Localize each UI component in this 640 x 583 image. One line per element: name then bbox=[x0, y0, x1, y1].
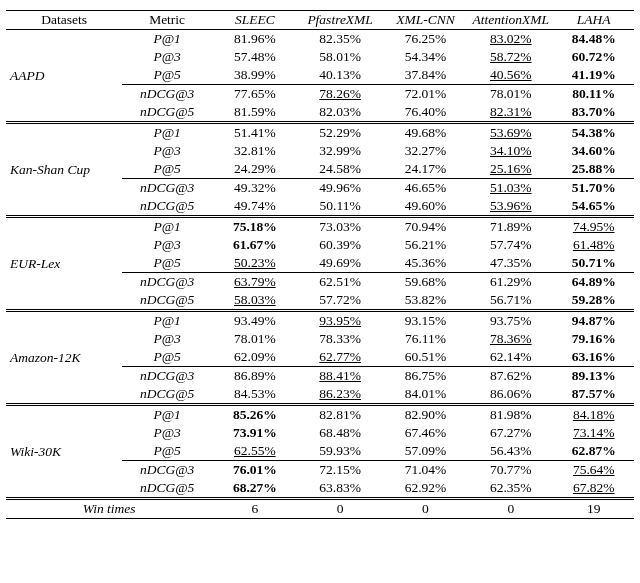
value-cell: 50.11% bbox=[297, 197, 382, 217]
value-cell: 56.43% bbox=[468, 442, 553, 461]
value-cell: 25.16% bbox=[468, 160, 553, 179]
value-cell: 57.72% bbox=[297, 291, 382, 311]
value-cell: 68.48% bbox=[297, 424, 382, 442]
footer-label: Win times bbox=[6, 499, 212, 519]
value-cell: 78.36% bbox=[468, 330, 553, 348]
metric-label: P@1 bbox=[122, 123, 212, 143]
value-cell: 60.51% bbox=[383, 348, 468, 367]
value-cell: 94.87% bbox=[553, 311, 634, 331]
value-cell: 78.26% bbox=[297, 85, 382, 104]
value-cell: 82.81% bbox=[297, 405, 382, 425]
value-cell: 54.34% bbox=[383, 48, 468, 66]
value-cell: 89.13% bbox=[553, 367, 634, 386]
value-cell: 73.03% bbox=[297, 217, 382, 237]
value-cell: 40.56% bbox=[468, 66, 553, 85]
value-cell: 93.75% bbox=[468, 311, 553, 331]
value-cell: 60.39% bbox=[297, 236, 382, 254]
metric-label: nDCG@5 bbox=[122, 197, 212, 217]
value-cell: 62.14% bbox=[468, 348, 553, 367]
metric-label: nDCG@3 bbox=[122, 461, 212, 480]
table-row: AAPDP@181.96%82.35%76.25%83.02%84.48% bbox=[6, 30, 634, 49]
value-cell: 32.99% bbox=[297, 142, 382, 160]
value-cell: 64.89% bbox=[553, 273, 634, 292]
value-cell: 82.03% bbox=[297, 103, 382, 123]
footer-val: 19 bbox=[553, 499, 634, 519]
value-cell: 57.74% bbox=[468, 236, 553, 254]
metric-label: P@3 bbox=[122, 330, 212, 348]
dataset-label: EUR-Lex bbox=[6, 217, 122, 311]
footer-val: 0 bbox=[468, 499, 553, 519]
metric-label: nDCG@5 bbox=[122, 385, 212, 405]
value-cell: 45.36% bbox=[383, 254, 468, 273]
value-cell: 79.16% bbox=[553, 330, 634, 348]
metric-label: P@5 bbox=[122, 66, 212, 85]
value-cell: 49.68% bbox=[383, 123, 468, 143]
value-cell: 49.32% bbox=[212, 179, 297, 198]
value-cell: 37.84% bbox=[383, 66, 468, 85]
value-cell: 56.71% bbox=[468, 291, 553, 311]
value-cell: 62.77% bbox=[297, 348, 382, 367]
value-cell: 58.03% bbox=[212, 291, 297, 311]
value-cell: 63.83% bbox=[297, 479, 382, 499]
value-cell: 49.96% bbox=[297, 179, 382, 198]
metric-label: P@1 bbox=[122, 311, 212, 331]
value-cell: 80.11% bbox=[553, 85, 634, 104]
value-cell: 63.16% bbox=[553, 348, 634, 367]
value-cell: 82.90% bbox=[383, 405, 468, 425]
value-cell: 86.23% bbox=[297, 385, 382, 405]
value-cell: 83.70% bbox=[553, 103, 634, 123]
col-model-laha: LAHA bbox=[553, 11, 634, 30]
col-model-pfastrexml: PfastreXML bbox=[297, 11, 382, 30]
value-cell: 86.89% bbox=[212, 367, 297, 386]
value-cell: 24.58% bbox=[297, 160, 382, 179]
value-cell: 75.64% bbox=[553, 461, 634, 480]
metric-label: P@1 bbox=[122, 405, 212, 425]
value-cell: 93.49% bbox=[212, 311, 297, 331]
metric-label: P@3 bbox=[122, 48, 212, 66]
col-datasets: Datasets bbox=[6, 11, 122, 30]
value-cell: 62.92% bbox=[383, 479, 468, 499]
value-cell: 73.91% bbox=[212, 424, 297, 442]
col-metric: Metric bbox=[122, 11, 212, 30]
table-row: Wiki-30KP@185.26%82.81%82.90%81.98%84.18… bbox=[6, 405, 634, 425]
value-cell: 53.96% bbox=[468, 197, 553, 217]
value-cell: 54.65% bbox=[553, 197, 634, 217]
value-cell: 53.82% bbox=[383, 291, 468, 311]
value-cell: 93.15% bbox=[383, 311, 468, 331]
value-cell: 78.01% bbox=[212, 330, 297, 348]
metric-label: P@3 bbox=[122, 142, 212, 160]
value-cell: 70.77% bbox=[468, 461, 553, 480]
value-cell: 78.01% bbox=[468, 85, 553, 104]
value-cell: 47.35% bbox=[468, 254, 553, 273]
value-cell: 71.04% bbox=[383, 461, 468, 480]
value-cell: 59.93% bbox=[297, 442, 382, 461]
value-cell: 56.21% bbox=[383, 236, 468, 254]
metric-label: P@5 bbox=[122, 348, 212, 367]
col-model-attentionxml: AttentionXML bbox=[468, 11, 553, 30]
value-cell: 49.60% bbox=[383, 197, 468, 217]
value-cell: 93.95% bbox=[297, 311, 382, 331]
value-cell: 70.94% bbox=[383, 217, 468, 237]
value-cell: 72.01% bbox=[383, 85, 468, 104]
value-cell: 84.01% bbox=[383, 385, 468, 405]
value-cell: 62.09% bbox=[212, 348, 297, 367]
value-cell: 58.01% bbox=[297, 48, 382, 66]
dataset-label: Wiki-30K bbox=[6, 405, 122, 499]
metric-label: P@5 bbox=[122, 442, 212, 461]
metric-label: nDCG@3 bbox=[122, 85, 212, 104]
value-cell: 51.03% bbox=[468, 179, 553, 198]
value-cell: 57.48% bbox=[212, 48, 297, 66]
value-cell: 84.53% bbox=[212, 385, 297, 405]
value-cell: 62.35% bbox=[468, 479, 553, 499]
value-cell: 63.79% bbox=[212, 273, 297, 292]
metric-label: nDCG@3 bbox=[122, 367, 212, 386]
value-cell: 52.29% bbox=[297, 123, 382, 143]
value-cell: 67.82% bbox=[553, 479, 634, 499]
metric-label: P@3 bbox=[122, 236, 212, 254]
value-cell: 51.41% bbox=[212, 123, 297, 143]
value-cell: 87.62% bbox=[468, 367, 553, 386]
value-cell: 62.55% bbox=[212, 442, 297, 461]
value-cell: 68.27% bbox=[212, 479, 297, 499]
value-cell: 53.69% bbox=[468, 123, 553, 143]
value-cell: 60.72% bbox=[553, 48, 634, 66]
